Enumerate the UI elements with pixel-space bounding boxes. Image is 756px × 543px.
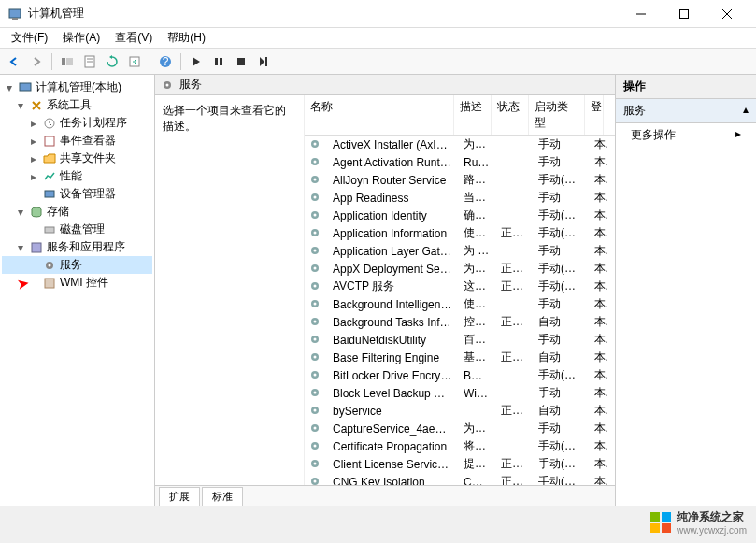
close-button[interactable] — [706, 0, 749, 28]
svg-point-31 — [314, 142, 317, 145]
service-row[interactable]: App Readiness当用...手动本 — [305, 189, 615, 207]
column-name[interactable]: 名称 — [305, 95, 454, 135]
export-button[interactable] — [124, 51, 145, 72]
actions-group[interactable]: 服务 ▴ — [616, 99, 756, 123]
center-title: 服务 — [179, 77, 202, 93]
tree-label: 系统工具 — [47, 97, 92, 113]
help-button[interactable]: ? — [155, 51, 176, 72]
minimize-button[interactable] — [620, 0, 663, 28]
service-desc: 当用... — [458, 190, 495, 206]
collapse-icon[interactable]: ▾ — [15, 206, 26, 219]
svg-rect-17 — [265, 57, 267, 66]
expand-icon[interactable]: ▸ — [28, 170, 39, 183]
svg-rect-16 — [237, 58, 245, 65]
collapse-icon[interactable]: ▾ — [15, 241, 26, 254]
expand-icon[interactable]: ▸ — [28, 152, 39, 165]
service-icon — [308, 439, 323, 454]
properties-button[interactable] — [79, 51, 100, 72]
tree-shared-folders[interactable]: ▸ 共享文件夹 — [2, 150, 152, 167]
expand-icon[interactable]: ▸ — [28, 117, 39, 130]
service-desc: 提供... — [458, 456, 495, 472]
tree-root[interactable]: ▾ 计算机管理(本地) — [2, 79, 152, 96]
service-row[interactable]: Client License Service (Clip...提供...正在..… — [305, 455, 615, 473]
menu-help[interactable]: 帮助(H) — [160, 28, 213, 48]
service-row[interactable]: AppX Deployment Service (...为部...正在...手动… — [305, 260, 615, 278]
svg-point-41 — [314, 231, 317, 234]
collapse-icon[interactable]: ▾ — [15, 99, 26, 112]
service-row[interactable]: Base Filtering Engine基本...正在...自动本 — [305, 349, 615, 366]
service-startup: 手动(触发... — [533, 456, 589, 472]
service-row[interactable]: Certificate Propagation将用...手动(触发...本 — [305, 437, 615, 455]
tree-performance[interactable]: ▸ 性能 — [2, 167, 152, 185]
service-logon: 本 — [589, 421, 607, 436]
service-logon: 本 — [589, 456, 607, 472]
bottom-tabs: 扩展 标准 — [155, 485, 615, 506]
tree-disk-management[interactable]: 磁盘管理 — [2, 221, 152, 238]
restart-service-button[interactable] — [253, 51, 274, 72]
column-desc[interactable]: 描述 — [454, 95, 492, 135]
service-row[interactable]: Background Tasks Infrastru...控制...正在...自… — [305, 313, 615, 331]
service-row[interactable]: BaiduNetdiskUtility百度...手动本 — [305, 331, 615, 349]
service-startup: 手动 — [533, 190, 589, 206]
service-row[interactable]: Application Layer Gateway ...为 In...手动本 — [305, 242, 615, 260]
blank-icon — [28, 257, 39, 273]
tree-system-tools[interactable]: ▾ 系统工具 — [2, 96, 152, 114]
service-row[interactable]: Application Information使用...正在...手动(触发..… — [305, 224, 615, 242]
back-button[interactable] — [4, 51, 24, 72]
service-row[interactable]: byService正在...自动本 — [305, 402, 615, 420]
service-status: 正在... — [495, 350, 533, 365]
chevron-right-icon: ▸ — [735, 127, 741, 140]
column-status[interactable]: 状态 — [492, 95, 529, 135]
clock-icon — [42, 116, 57, 131]
stop-service-button[interactable] — [231, 51, 251, 72]
service-row[interactable]: CaptureService_4aeb7ca为调...手动本 — [305, 420, 615, 437]
maximize-button[interactable] — [663, 0, 706, 28]
service-row[interactable]: Background Intelligent Tra...使用...手动本 — [305, 295, 615, 313]
tab-extended[interactable]: 扩展 — [159, 487, 200, 506]
svg-point-55 — [314, 355, 317, 358]
service-row[interactable]: Block Level Backup Engine ...Win...手动本 — [305, 384, 615, 402]
service-row[interactable]: Agent Activation Runtime ...Run...手动本 — [305, 153, 615, 171]
svg-rect-0 — [9, 9, 21, 18]
navigation-tree[interactable]: ▾ 计算机管理(本地) ▾ 系统工具 ▸ 任务计划程序 ▸ 事件查看器 ▸ 共享… — [0, 75, 155, 506]
service-logon: 本 — [589, 474, 607, 485]
menu-action[interactable]: 操作(A) — [55, 28, 107, 48]
tree-services-apps[interactable]: ▾ 服务和应用程序 — [2, 238, 152, 256]
menu-file[interactable]: 文件(F) — [4, 28, 55, 48]
service-icon — [308, 404, 323, 419]
menubar: 文件(F) 操作(A) 查看(V) 帮助(H) — [0, 28, 756, 49]
pause-service-button[interactable] — [208, 51, 229, 72]
service-startup: 手动 — [533, 296, 589, 312]
column-startup[interactable]: 启动类型 — [529, 95, 585, 135]
service-row[interactable]: CNG Key IsolationCNG...正在...手动(触发...本 — [305, 473, 615, 485]
service-row[interactable]: AVCTP 服务这是...正在...手动(触发...本 — [305, 278, 615, 295]
computer-icon — [18, 80, 33, 95]
show-hide-tree-button[interactable] — [57, 51, 78, 72]
forward-button[interactable] — [26, 51, 47, 72]
menu-view[interactable]: 查看(V) — [107, 28, 160, 48]
service-row[interactable]: Application Identity确定...手动(触发...本 — [305, 207, 615, 224]
tree-device-manager[interactable]: 设备管理器 — [2, 185, 152, 203]
actions-more[interactable]: 更多操作 ▸ — [616, 123, 756, 147]
tree-event-viewer[interactable]: ▸ 事件查看器 — [2, 132, 152, 150]
tab-standard[interactable]: 标准 — [202, 487, 243, 506]
service-row[interactable]: AllJoyn Router Service路由...手动(触发...本 — [305, 171, 615, 189]
service-row[interactable]: BitLocker Drive Encryption ...BDE...手动(触… — [305, 366, 615, 384]
collapse-icon[interactable]: ▾ — [4, 81, 15, 94]
tree-wmi[interactable]: WMI 控件 — [2, 274, 152, 292]
svg-point-57 — [314, 373, 317, 376]
tree-task-scheduler[interactable]: ▸ 任务计划程序 — [2, 114, 152, 132]
service-icon — [308, 475, 323, 486]
service-startup: 手动 — [533, 421, 589, 436]
services-list[interactable]: 名称 描述 状态 启动类型 登 ActiveX Installer (AxIns… — [305, 95, 615, 485]
expand-icon[interactable]: ▸ — [28, 135, 39, 148]
tree-storage[interactable]: ▾ 存储 — [2, 203, 152, 221]
column-logon[interactable]: 登 — [585, 95, 604, 135]
start-service-button[interactable] — [186, 51, 207, 72]
chevron-up-icon[interactable]: ▴ — [743, 103, 749, 119]
refresh-button[interactable] — [102, 51, 122, 72]
service-startup: 手动 — [533, 385, 589, 401]
service-row[interactable]: ActiveX Installer (AxInstSV)为从...手动本 — [305, 136, 615, 153]
service-icon — [308, 155, 323, 170]
tree-services[interactable]: 服务 — [2, 256, 152, 274]
